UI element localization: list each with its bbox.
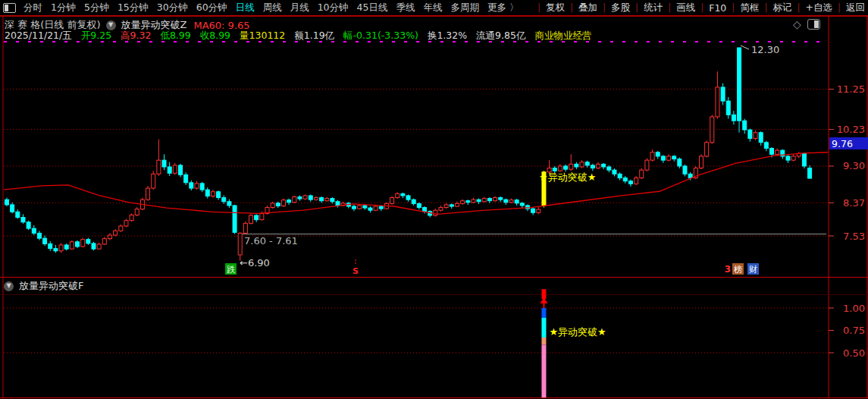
sub-indicator-panel: 1.000.750.50★异动突破★ [4, 289, 865, 397]
sub-indicator-name: 放量异动突破F [19, 279, 83, 293]
rank-number: 3 [725, 264, 731, 275]
price-axis: 11.2510.239.308.377.539.76 [829, 83, 868, 241]
chevron-down-circle-icon[interactable]: ▼ [4, 281, 14, 291]
low-price-annotation: ←6.90 [240, 257, 270, 269]
svg-text:8.37: 8.37 [843, 197, 865, 209]
svg-text:11.25: 11.25 [837, 83, 865, 95]
svg-text:财: 财 [749, 265, 757, 275]
gap-range-annotation: 7.60 - 7.61 [244, 235, 298, 247]
sub-breakout-annotation: ★异动突破★ [549, 326, 606, 338]
sub-indicator-label-row: ▼ 放量异动突破F [4, 279, 83, 293]
svg-text:9.30: 9.30 [843, 160, 865, 171]
annotations: 12.307.60 - 7.61←6.90★异动突破★跌S3榜财 [225, 44, 779, 276]
svg-text:0.50: 0.50 [843, 347, 865, 359]
svg-text:跌: 跌 [227, 265, 236, 275]
svg-text:9.76: 9.76 [832, 138, 853, 149]
svg-text:10.23: 10.23 [837, 124, 865, 135]
svg-text:榜: 榜 [734, 265, 742, 275]
svg-text:1.00: 1.00 [843, 303, 865, 314]
peak-price-annotation: 12.30 [751, 44, 779, 55]
app-window: 分时1分钟5分钟15分钟30分钟60分钟日线周线月线10分钟45日线季线年线多周… [0, 0, 868, 399]
sell-marker: S [353, 266, 359, 276]
chart-canvas: 12.307.60 - 7.61←6.90★异动突破★跌S3榜财11.2510.… [0, 0, 868, 399]
candles-group [5, 48, 812, 261]
svg-text:7.53: 7.53 [843, 231, 865, 242]
svg-text:0.75: 0.75 [843, 325, 865, 336]
ma60-line [4, 152, 828, 215]
breakout-annotation: ★异动突破★ [539, 171, 596, 183]
gridlines [4, 42, 828, 236]
